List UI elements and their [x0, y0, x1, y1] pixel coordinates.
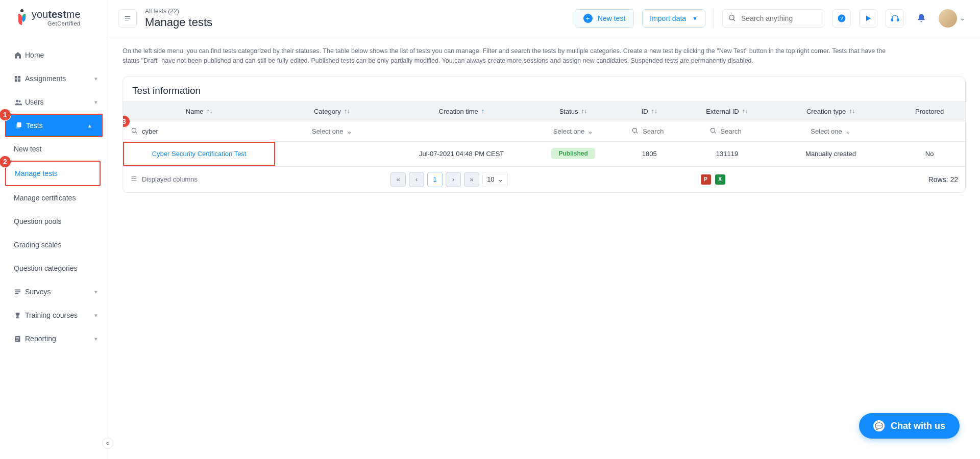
chevron-down-icon: ▾	[94, 336, 97, 342]
tests-sub-manage[interactable]: Manage tests	[6, 162, 100, 185]
nav-assignments[interactable]: Assignments ▾	[0, 67, 108, 90]
cell-category	[275, 141, 388, 166]
svg-rect-4	[18, 79, 20, 82]
search-icon	[709, 127, 717, 136]
help-button[interactable]: ?	[832, 9, 851, 28]
nav-users[interactable]: Users ▾	[0, 90, 108, 114]
export-icons: P X	[701, 174, 725, 185]
col-creation-type[interactable]: Creation type↑↓	[768, 101, 894, 121]
new-test-button[interactable]: ＋ New test	[575, 9, 634, 28]
status-badge: Published	[551, 148, 595, 159]
brand-logo: youtestme GetCertified	[0, 6, 108, 38]
page-size-select[interactable]: 10⌄	[482, 172, 507, 187]
filter-category-select[interactable]: Select one ⌄	[312, 128, 352, 135]
cell-creation-type: Manually created	[768, 141, 894, 166]
global-search[interactable]	[722, 9, 824, 28]
chat-fab[interactable]: 💬 Chat with us	[859, 413, 960, 439]
svg-rect-15	[16, 340, 18, 340]
chevron-down-icon: ▾	[94, 75, 97, 82]
chevron-down-icon: ▾	[94, 312, 97, 319]
svg-rect-14	[16, 338, 19, 339]
svg-rect-11	[15, 293, 19, 294]
play-button[interactable]	[859, 9, 877, 28]
brand-sub: GetCertified	[32, 21, 81, 27]
user-menu[interactable]: ⌄	[939, 9, 965, 28]
chevron-down-icon: ⌄	[587, 128, 593, 135]
support-button[interactable]	[886, 9, 904, 28]
nav-tests[interactable]: Tests ▴	[6, 115, 102, 136]
search-icon	[728, 14, 736, 23]
sort-icon: ↑↓	[581, 108, 587, 115]
hamburger-button[interactable]	[118, 9, 137, 28]
brand-text: youtestme	[32, 9, 81, 19]
chevron-down-icon: ▾	[94, 99, 97, 106]
svg-point-16	[729, 15, 734, 19]
table-row[interactable]: Cyber Security Certification Test Jul-07…	[123, 141, 965, 166]
filter-name-input[interactable]	[141, 127, 267, 136]
grid-icon	[14, 75, 25, 83]
col-proctored[interactable]: Proctored	[894, 101, 965, 121]
col-category[interactable]: Category↑↓	[275, 101, 388, 121]
tests-sub-question-pools[interactable]: Question pools	[0, 210, 108, 233]
filter-extid-input[interactable]	[720, 127, 745, 136]
cell-proctored: No	[894, 141, 965, 166]
title-block: All tests (22) Manage tests	[145, 8, 212, 29]
filter-creation-type-select[interactable]: Select one ⌄	[811, 128, 850, 135]
nav-reporting[interactable]: Reporting ▾	[0, 327, 108, 350]
table-header-row: Name↑↓ Category↑↓ Creation time↑ Status↑…	[123, 101, 965, 121]
export-excel-icon[interactable]: X	[715, 174, 725, 185]
intro-text: On the left side menu, you can find test…	[122, 46, 898, 66]
report-icon	[14, 335, 25, 343]
svg-rect-1	[15, 75, 17, 78]
button-label: New test	[598, 14, 625, 22]
svg-rect-10	[15, 291, 20, 292]
filter-status-select[interactable]: Select one ⌄	[553, 128, 593, 135]
svg-rect-2	[18, 75, 20, 78]
col-name[interactable]: Name↑↓	[123, 101, 275, 121]
test-name-link[interactable]: Cyber Security Certification Test	[152, 150, 247, 158]
svg-rect-20	[897, 18, 898, 21]
pager-page-1[interactable]: 1	[427, 172, 443, 187]
pager-first[interactable]: «	[390, 172, 406, 187]
pager-next[interactable]: ›	[446, 172, 461, 187]
svg-point-5	[16, 99, 18, 102]
import-data-button[interactable]: Import data ▼	[642, 9, 705, 28]
col-creation-time[interactable]: Creation time↑	[388, 101, 534, 121]
chevron-up-icon: ▴	[88, 122, 91, 129]
svg-point-21	[132, 128, 136, 132]
nav-training[interactable]: Training courses ▾	[0, 303, 108, 327]
displayed-columns-button[interactable]: Displayed columns	[130, 175, 198, 184]
notifications-button[interactable]	[912, 9, 930, 28]
nav-surveys[interactable]: Surveys ▾	[0, 280, 108, 303]
tests-sub-certificates[interactable]: Manage certificates	[0, 186, 108, 210]
tests-sub-new[interactable]: New test	[0, 137, 108, 161]
copy-icon	[15, 121, 26, 130]
pager-prev[interactable]: ‹	[409, 172, 424, 187]
pager-last[interactable]: »	[464, 172, 479, 187]
filter-id-input[interactable]	[642, 127, 667, 136]
chevron-down-icon: ⌄	[347, 128, 352, 135]
tests-sub-question-categories[interactable]: Question categories	[0, 257, 108, 280]
col-status[interactable]: Status↑↓	[534, 101, 612, 121]
svg-rect-3	[15, 79, 17, 82]
nav-sub-label: Question pools	[14, 217, 61, 225]
tests-sub-grading-scales[interactable]: Grading scales	[0, 233, 108, 257]
sort-icon: ↑↓	[651, 108, 657, 115]
page-title: Manage tests	[145, 16, 212, 29]
col-external-id[interactable]: External ID↑↓	[687, 101, 768, 121]
avatar	[939, 9, 957, 28]
nav-label: Users	[25, 98, 44, 106]
search-icon	[631, 127, 639, 136]
home-icon	[14, 51, 25, 59]
label: Displayed columns	[142, 175, 198, 183]
caret-down-icon: ▼	[692, 15, 698, 21]
nav-home[interactable]: Home	[0, 43, 108, 67]
chevron-down-icon: ⌄	[845, 128, 851, 135]
columns-icon	[130, 175, 138, 184]
trophy-icon	[14, 312, 25, 319]
collapse-sidebar-button[interactable]: «	[102, 438, 113, 449]
export-pdf-icon[interactable]: P	[701, 174, 711, 185]
col-id[interactable]: ID↑↓	[612, 101, 687, 121]
search-input[interactable]	[740, 14, 819, 23]
svg-rect-19	[891, 18, 893, 21]
